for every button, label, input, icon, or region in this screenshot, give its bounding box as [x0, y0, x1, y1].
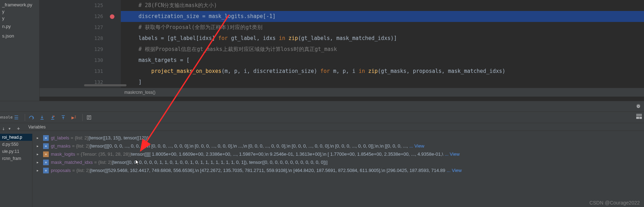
frame-item[interactable]: rcnn_fram	[0, 155, 32, 162]
list-icon: ≡	[43, 135, 49, 141]
code-text[interactable]: # 根据Proposal信息在gt_masks上裁剪对应区域做为计算loss时的…	[121, 44, 644, 55]
horizontal-scrollbar[interactable]	[84, 84, 126, 86]
variable-type: {list: 2}	[76, 168, 90, 173]
variable-value: [tensor([0, 0, 0, 0, 0, 0, 1, 1, 0, 1, 0…	[112, 160, 327, 165]
code-line[interactable]: 126discretization_size = mask_logits.sha…	[40, 11, 644, 22]
step-over-icon[interactable]	[27, 113, 36, 122]
debug-toolbar: onsole ☰ ▶I	[0, 112, 644, 123]
variable-name: gt_masks	[51, 143, 71, 149]
file-tree-item[interactable]: n.py	[0, 23, 39, 30]
variable-name: mask_logits	[51, 151, 75, 157]
frame-dropdown-icon[interactable]: ▾	[7, 124, 11, 133]
equals-sign: =	[94, 160, 97, 165]
variable-row[interactable]: ▸≡mask_logits = {Tensor: (35, 91, 28, 28…	[33, 150, 644, 158]
variable-value: tensor([[[[ 1.8005e+00, 1.6609e+00, 2.33…	[131, 151, 443, 157]
gutter[interactable]: 130	[40, 55, 121, 66]
gutter[interactable]: 131	[40, 66, 121, 77]
expand-icon[interactable]: ▸	[37, 136, 41, 140]
code-line[interactable]: 127# 获取每个Proposal(全部为正样本)对应的gt类别	[40, 22, 644, 33]
view-link[interactable]: ... View	[447, 168, 462, 173]
variables-tree[interactable]: ▸≡gt_labels = {list: 2} [tensor([13, 15]…	[33, 134, 644, 174]
code-line[interactable]: 129# 根据Proposal信息在gt_masks上裁剪对应区域做为计算los…	[40, 44, 644, 55]
frames-list[interactable]: roi_head.p d.py:550 ule.py:11 rcnn_fram	[0, 134, 33, 207]
svg-rect-2	[636, 114, 642, 115]
svg-point-0	[53, 115, 55, 117]
line-number: 126	[94, 11, 103, 22]
step-out-icon[interactable]	[59, 113, 67, 122]
code-editor[interactable]: 125# 28(FCN分支输出mask的大小)126discretization…	[40, 0, 644, 101]
code-text[interactable]: # 获取每个Proposal(全部为正样本)对应的gt类别	[121, 22, 644, 33]
layout-toggle-icon[interactable]	[636, 114, 642, 120]
variable-row[interactable]: ▸≡gt_masks = {list: 2} [tensor([[[0, 0, …	[33, 142, 644, 150]
expand-icon[interactable]: ▸	[37, 152, 41, 156]
file-tree-item[interactable]: _framework.py	[0, 1, 39, 8]
variable-row[interactable]: ▸≡proposals = {list: 2} [tensor([[529.54…	[33, 166, 644, 174]
variable-value: [tensor([[529.5468, 162.4417, 749.6808, …	[90, 168, 445, 173]
equals-sign: =	[72, 168, 75, 173]
frame-item[interactable]: ule.py:11	[0, 148, 32, 155]
variable-name: proposals	[51, 168, 71, 173]
variable-name: gt_labels	[51, 135, 69, 140]
code-text[interactable]: discretization_size = mask_logits.shape[…	[121, 11, 644, 22]
layout-icon[interactable]: ☰	[12, 113, 20, 122]
variable-value: [tensor([[[0, 0, 0, ..., 0, 0, 0],\n [0,…	[90, 143, 408, 149]
expand-icon[interactable]: ▸	[37, 144, 41, 148]
svg-rect-4	[636, 117, 639, 119]
gutter[interactable]: 127	[40, 22, 121, 33]
breakpoint-icon[interactable]	[110, 14, 114, 19]
line-number: 128	[94, 33, 103, 44]
code-line[interactable]: 130mask_targets = [	[40, 55, 644, 66]
line-number: 129	[94, 44, 103, 55]
frames-toolbar: ↓ ▾ +	[0, 123, 23, 134]
code-line[interactable]: 132]	[40, 77, 644, 88]
run-to-cursor-icon[interactable]: ▶I	[70, 113, 78, 122]
frame-item[interactable]: roi_head.p	[0, 134, 32, 141]
svg-rect-3	[636, 115, 642, 116]
step-into-icon[interactable]	[38, 113, 46, 122]
file-tree-item[interactable]: s.json	[0, 33, 39, 39]
project-tree[interactable]: _framework.py y y n.py s.json	[0, 0, 40, 101]
view-link[interactable]: ... View	[409, 143, 424, 149]
line-number: 131	[94, 66, 103, 77]
variable-name: mask_matched_idxs	[51, 160, 93, 165]
expand-icon[interactable]: ▸	[37, 168, 41, 172]
expand-icon[interactable]: ▸	[37, 160, 41, 164]
view-link[interactable]: ... View	[445, 151, 460, 157]
frame-item[interactable]: d.py:550	[0, 141, 32, 148]
gutter[interactable]: 129	[40, 44, 121, 55]
list-icon: ≡	[43, 168, 49, 173]
code-text[interactable]: mask_targets = [	[121, 55, 644, 66]
gutter[interactable]: 126	[40, 11, 121, 22]
variable-row[interactable]: ▸≡mask_matched_idxs = {list: 2} [tensor(…	[33, 158, 644, 166]
variable-type: {Tensor: (35, 91, 28, 28)}	[81, 151, 131, 157]
code-line[interactable]: 131 project_masks_on_boxes(m, p, i, disc…	[40, 66, 644, 77]
svg-rect-5	[639, 117, 642, 119]
line-number: 125	[94, 0, 103, 11]
step-into-my-icon[interactable]	[48, 113, 57, 122]
variable-row[interactable]: ▸≡gt_labels = {list: 2} [tensor([13, 15]…	[33, 134, 644, 142]
watermark: CSDN @Courage2022	[589, 200, 640, 206]
console-tab[interactable]: onsole	[1, 113, 10, 122]
gear-icon[interactable]	[636, 104, 641, 109]
code-text[interactable]: project_masks_on_boxes(m, p, i, discreti…	[121, 66, 644, 77]
file-tree-item[interactable]: y	[0, 8, 39, 15]
list-icon: ≡	[43, 143, 49, 149]
variable-value: [tensor([13, 15]), tensor([12])]	[89, 135, 148, 140]
file-tree-item[interactable]: y	[0, 15, 39, 22]
equals-sign: =	[71, 135, 73, 140]
code-text[interactable]: ]	[121, 77, 644, 88]
breadcrumb[interactable]: maskrcnn_loss()	[40, 88, 644, 97]
gutter[interactable]: 128	[40, 33, 121, 44]
code-text[interactable]: labels = [gt_label[idxs] for gt_label, i…	[121, 33, 644, 44]
variable-type: {list: 2}	[76, 143, 90, 149]
code-text[interactable]: # 28(FCN分支输出mask的大小)	[121, 0, 644, 11]
line-number: 130	[94, 55, 103, 66]
code-line[interactable]: 125# 28(FCN分支输出mask的大小)	[40, 0, 644, 11]
frame-down-icon[interactable]: ↓	[1, 124, 5, 133]
gutter[interactable]: 125	[40, 0, 121, 11]
code-line[interactable]: 128labels = [gt_label[idxs] for gt_label…	[40, 33, 644, 44]
file-tree-item[interactable]	[0, 39, 39, 41]
add-watch-icon[interactable]: +	[17, 124, 20, 133]
equals-sign: =	[72, 143, 75, 149]
evaluate-icon[interactable]	[85, 113, 93, 122]
